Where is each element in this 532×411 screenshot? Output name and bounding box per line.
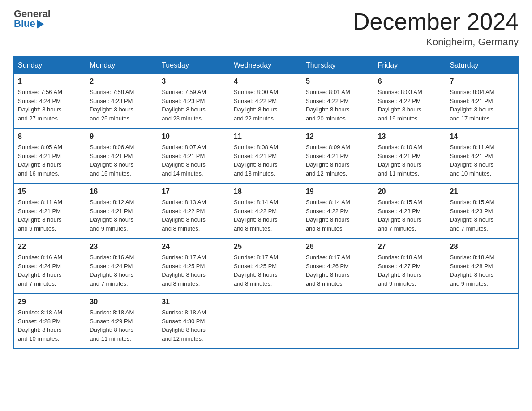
logo-general-text: General <box>14 9 51 19</box>
weekday-header-monday: Monday <box>86 56 158 74</box>
calendar-cell: 4 Sunrise: 8:00 AM Sunset: 4:22 PM Dayli… <box>230 74 302 128</box>
calendar-cell: 10 Sunrise: 8:07 AM Sunset: 4:21 PM Dayl… <box>158 128 230 184</box>
day-info: Sunrise: 8:17 AM Sunset: 4:25 PM Dayligh… <box>234 253 298 288</box>
day-number: 9 <box>90 133 154 141</box>
day-number: 31 <box>162 298 226 306</box>
day-info: Sunrise: 7:58 AM Sunset: 4:23 PM Dayligh… <box>90 88 154 123</box>
day-number: 16 <box>90 188 154 196</box>
calendar-cell: 5 Sunrise: 8:01 AM Sunset: 4:22 PM Dayli… <box>302 74 374 128</box>
logo: General Blue <box>13 9 51 29</box>
day-info: Sunrise: 8:01 AM Sunset: 4:22 PM Dayligh… <box>306 88 370 123</box>
calendar-table: SundayMondayTuesdayWednesdayThursdayFrid… <box>13 56 519 349</box>
calendar-cell <box>230 294 302 349</box>
day-info: Sunrise: 8:15 AM Sunset: 4:23 PM Dayligh… <box>378 198 442 233</box>
location-title: Konigheim, Germany <box>353 36 519 48</box>
calendar-cell: 16 Sunrise: 8:12 AM Sunset: 4:21 PM Dayl… <box>86 184 158 239</box>
day-info: Sunrise: 8:17 AM Sunset: 4:26 PM Dayligh… <box>306 253 370 288</box>
day-number: 29 <box>18 298 82 306</box>
day-info: Sunrise: 8:08 AM Sunset: 4:21 PM Dayligh… <box>234 143 298 178</box>
calendar-week-row: 8 Sunrise: 8:05 AM Sunset: 4:21 PM Dayli… <box>14 128 518 184</box>
day-info: Sunrise: 8:18 AM Sunset: 4:29 PM Dayligh… <box>90 308 154 343</box>
calendar-cell: 11 Sunrise: 8:08 AM Sunset: 4:21 PM Dayl… <box>230 128 302 184</box>
day-info: Sunrise: 8:05 AM Sunset: 4:21 PM Dayligh… <box>18 143 82 178</box>
calendar-cell <box>374 294 446 349</box>
day-number: 7 <box>450 77 514 86</box>
day-info: Sunrise: 8:18 AM Sunset: 4:28 PM Dayligh… <box>450 253 514 288</box>
weekday-header-friday: Friday <box>374 56 446 74</box>
day-info: Sunrise: 8:00 AM Sunset: 4:22 PM Dayligh… <box>234 88 298 123</box>
calendar-week-row: 22 Sunrise: 8:16 AM Sunset: 4:24 PM Dayl… <box>14 239 518 294</box>
day-number: 17 <box>162 188 226 196</box>
calendar-cell: 29 Sunrise: 8:18 AM Sunset: 4:28 PM Dayl… <box>14 294 86 349</box>
calendar-week-row: 29 Sunrise: 8:18 AM Sunset: 4:28 PM Dayl… <box>14 294 518 349</box>
day-number: 26 <box>306 243 370 251</box>
calendar-cell: 27 Sunrise: 8:18 AM Sunset: 4:27 PM Dayl… <box>374 239 446 294</box>
calendar-cell: 21 Sunrise: 8:15 AM Sunset: 4:23 PM Dayl… <box>446 184 518 239</box>
day-number: 12 <box>306 133 370 141</box>
calendar-cell: 22 Sunrise: 8:16 AM Sunset: 4:24 PM Dayl… <box>14 239 86 294</box>
day-info: Sunrise: 8:12 AM Sunset: 4:21 PM Dayligh… <box>90 198 154 233</box>
calendar-cell <box>446 294 518 349</box>
day-info: Sunrise: 8:14 AM Sunset: 4:22 PM Dayligh… <box>306 198 370 233</box>
day-info: Sunrise: 8:18 AM Sunset: 4:27 PM Dayligh… <box>378 253 442 288</box>
day-number: 14 <box>450 133 514 141</box>
day-number: 19 <box>306 188 370 196</box>
calendar-week-row: 15 Sunrise: 8:11 AM Sunset: 4:21 PM Dayl… <box>14 184 518 239</box>
day-info: Sunrise: 8:11 AM Sunset: 4:21 PM Dayligh… <box>450 143 514 178</box>
day-number: 5 <box>306 77 370 86</box>
day-info: Sunrise: 8:07 AM Sunset: 4:21 PM Dayligh… <box>162 143 226 178</box>
weekday-header-tuesday: Tuesday <box>158 56 230 74</box>
calendar-cell: 26 Sunrise: 8:17 AM Sunset: 4:26 PM Dayl… <box>302 239 374 294</box>
day-info: Sunrise: 8:11 AM Sunset: 4:21 PM Dayligh… <box>18 198 82 233</box>
calendar-cell: 20 Sunrise: 8:15 AM Sunset: 4:23 PM Dayl… <box>374 184 446 239</box>
day-number: 15 <box>18 188 82 196</box>
day-info: Sunrise: 8:03 AM Sunset: 4:22 PM Dayligh… <box>378 88 442 123</box>
day-info: Sunrise: 8:10 AM Sunset: 4:21 PM Dayligh… <box>378 143 442 178</box>
day-number: 28 <box>450 243 514 251</box>
weekday-header-sunday: Sunday <box>14 56 86 74</box>
calendar-cell: 7 Sunrise: 8:04 AM Sunset: 4:21 PM Dayli… <box>446 74 518 128</box>
day-info: Sunrise: 7:59 AM Sunset: 4:23 PM Dayligh… <box>162 88 226 123</box>
calendar-cell: 28 Sunrise: 8:18 AM Sunset: 4:28 PM Dayl… <box>446 239 518 294</box>
day-number: 18 <box>234 188 298 196</box>
calendar-cell: 14 Sunrise: 8:11 AM Sunset: 4:21 PM Dayl… <box>446 128 518 184</box>
calendar-cell: 24 Sunrise: 8:17 AM Sunset: 4:25 PM Dayl… <box>158 239 230 294</box>
day-number: 2 <box>90 77 154 86</box>
day-number: 20 <box>378 188 442 196</box>
day-info: Sunrise: 8:15 AM Sunset: 4:23 PM Dayligh… <box>450 198 514 233</box>
day-number: 13 <box>378 133 442 141</box>
day-number: 10 <box>162 133 226 141</box>
logo-arrow-icon <box>37 20 44 29</box>
day-number: 27 <box>378 243 442 251</box>
calendar-cell: 8 Sunrise: 8:05 AM Sunset: 4:21 PM Dayli… <box>14 128 86 184</box>
day-info: Sunrise: 8:16 AM Sunset: 4:24 PM Dayligh… <box>90 253 154 288</box>
day-number: 21 <box>450 188 514 196</box>
day-info: Sunrise: 8:16 AM Sunset: 4:24 PM Dayligh… <box>18 253 82 288</box>
calendar-cell: 17 Sunrise: 8:13 AM Sunset: 4:22 PM Dayl… <box>158 184 230 239</box>
calendar-week-row: 1 Sunrise: 7:56 AM Sunset: 4:24 PM Dayli… <box>14 74 518 128</box>
day-number: 25 <box>234 243 298 251</box>
calendar-cell: 18 Sunrise: 8:14 AM Sunset: 4:22 PM Dayl… <box>230 184 302 239</box>
day-number: 6 <box>378 77 442 86</box>
calendar-cell: 31 Sunrise: 8:18 AM Sunset: 4:30 PM Dayl… <box>158 294 230 349</box>
calendar-cell: 6 Sunrise: 8:03 AM Sunset: 4:22 PM Dayli… <box>374 74 446 128</box>
day-info: Sunrise: 8:18 AM Sunset: 4:30 PM Dayligh… <box>162 308 226 343</box>
day-number: 30 <box>90 298 154 306</box>
calendar-cell <box>302 294 374 349</box>
calendar-cell: 23 Sunrise: 8:16 AM Sunset: 4:24 PM Dayl… <box>86 239 158 294</box>
calendar-cell: 30 Sunrise: 8:18 AM Sunset: 4:29 PM Dayl… <box>86 294 158 349</box>
day-number: 11 <box>234 133 298 141</box>
weekday-header-wednesday: Wednesday <box>230 56 302 74</box>
day-number: 8 <box>18 133 82 141</box>
day-info: Sunrise: 8:14 AM Sunset: 4:22 PM Dayligh… <box>234 198 298 233</box>
day-number: 24 <box>162 243 226 251</box>
calendar-cell: 1 Sunrise: 7:56 AM Sunset: 4:24 PM Dayli… <box>14 74 86 128</box>
day-info: Sunrise: 8:18 AM Sunset: 4:28 PM Dayligh… <box>18 308 82 343</box>
day-number: 23 <box>90 243 154 251</box>
day-number: 1 <box>18 77 82 86</box>
month-title: December 2024 <box>353 9 519 34</box>
page-header: General Blue December 2024 Konigheim, Ge… <box>13 9 519 48</box>
calendar-cell: 9 Sunrise: 8:06 AM Sunset: 4:21 PM Dayli… <box>86 128 158 184</box>
weekday-header-thursday: Thursday <box>302 56 374 74</box>
day-number: 22 <box>18 243 82 251</box>
